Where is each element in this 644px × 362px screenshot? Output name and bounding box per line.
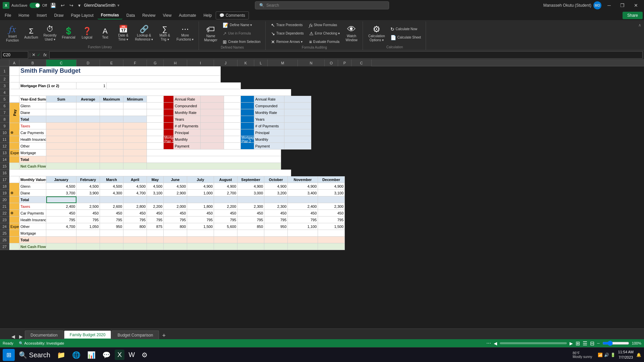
scroll-right-button[interactable]: ▶ xyxy=(570,341,573,346)
cell-c25[interactable] xyxy=(46,230,76,237)
cell-d19[interactable]: 3,900 xyxy=(76,190,100,196)
save-button[interactable]: 💾 xyxy=(49,2,57,9)
taskbar-office-button[interactable]: 📊 xyxy=(85,350,98,360)
cell-a17[interactable] xyxy=(9,176,19,183)
menu-help[interactable]: Help xyxy=(200,12,215,19)
cell-n9[interactable] xyxy=(284,123,311,129)
cell-k17[interactable]: September xyxy=(237,176,264,183)
cell-f18[interactable]: 4,500 xyxy=(123,183,147,190)
cell-c10[interactable] xyxy=(46,129,76,136)
cell-d24[interactable]: 1,050 xyxy=(76,223,100,230)
cell-k9[interactable] xyxy=(224,123,241,129)
cell-l12[interactable] xyxy=(241,143,254,149)
text-button[interactable]: A Text xyxy=(97,26,113,41)
start-button[interactable]: ⊞ xyxy=(3,349,15,361)
cell-c7[interactable] xyxy=(46,109,76,116)
cell-h10[interactable] xyxy=(164,129,174,136)
cell-m20[interactable] xyxy=(288,196,318,203)
cell-n25[interactable] xyxy=(318,230,345,237)
cell-m25[interactable] xyxy=(288,230,318,237)
cell-c24[interactable]: 4,700 xyxy=(46,223,76,230)
cell-f12[interactable] xyxy=(123,143,147,149)
cell-j21[interactable]: 2,200 xyxy=(214,203,237,210)
cell-j20[interactable] xyxy=(214,196,237,203)
show-formulas-button[interactable]: 𝑓𝑥 Show Formulas xyxy=(307,21,342,29)
cell-n27[interactable] xyxy=(318,243,345,250)
cell-e26[interactable] xyxy=(100,237,123,243)
cell-b6[interactable]: Glenn xyxy=(19,103,46,109)
search-taskbar-button[interactable]: 🔍 Search xyxy=(16,350,53,360)
col-header-c[interactable]: C xyxy=(46,60,76,66)
redo-button[interactable]: ↪ xyxy=(68,2,75,9)
define-name-button[interactable]: 📝 Define Name ▾ xyxy=(221,21,263,29)
share-button[interactable]: Share xyxy=(623,12,643,19)
cell-h18[interactable]: 4,500 xyxy=(164,183,187,190)
cell-f10[interactable] xyxy=(123,129,147,136)
cell-e15[interactable] xyxy=(100,163,123,170)
comments-button[interactable]: 💬 Comments xyxy=(216,11,249,19)
cell-h21[interactable]: 2,000 xyxy=(164,203,187,210)
menu-automate[interactable]: Automate xyxy=(175,12,199,19)
cell-g11[interactable] xyxy=(147,136,164,143)
cell-f11[interactable] xyxy=(123,136,147,143)
recently-used-button[interactable]: ⏱ RecentlyUsed ▾ xyxy=(42,24,59,43)
menu-review[interactable]: Review xyxy=(139,12,159,19)
cell-j26[interactable] xyxy=(214,237,237,243)
menu-insert[interactable]: Insert xyxy=(33,12,50,19)
cell-e23[interactable]: 795 xyxy=(100,217,123,223)
restore-button[interactable]: ❐ xyxy=(617,1,628,9)
financial-button[interactable]: 💲 Financial xyxy=(60,26,77,41)
cell-l9[interactable] xyxy=(241,123,254,129)
cell-f22[interactable]: 450 xyxy=(123,210,147,217)
cell-i18[interactable]: 4,900 xyxy=(187,183,214,190)
cell-b20[interactable]: Total xyxy=(19,196,46,203)
cell-k11[interactable] xyxy=(224,136,241,143)
create-from-selection-button[interactable]: ⊞ Create from Selection xyxy=(221,38,263,46)
cell-k19[interactable]: 3,000 xyxy=(237,190,264,196)
cell-c17[interactable]: January xyxy=(46,176,76,183)
cell-b13[interactable]: Mortgage xyxy=(19,149,46,156)
cell-g12[interactable] xyxy=(147,143,164,149)
cell-f15[interactable] xyxy=(123,163,147,170)
cell-g10[interactable] xyxy=(147,129,164,136)
cell-l27[interactable] xyxy=(264,243,288,250)
cell-n23[interactable]: 795 xyxy=(318,217,345,223)
col-header-n[interactable]: N xyxy=(298,60,325,66)
cell-d10[interactable] xyxy=(76,129,100,136)
cell-c15[interactable] xyxy=(46,163,76,170)
error-checking-button[interactable]: ⚠ Error Checking ▾ xyxy=(307,30,342,37)
cell-m5-annual[interactable]: Annual Rate xyxy=(254,96,284,103)
cell-k18[interactable]: 4,900 xyxy=(237,183,264,190)
cell-i8[interactable]: Years xyxy=(174,116,201,123)
cell-i26[interactable] xyxy=(187,237,214,243)
cell-d18[interactable]: 4,500 xyxy=(76,183,100,190)
cell-e17[interactable]: March xyxy=(100,176,123,183)
cell-h24[interactable]: 800 xyxy=(164,223,187,230)
cell-d12[interactable] xyxy=(76,143,100,149)
cell-f6[interactable] xyxy=(123,103,147,109)
cell-c21[interactable]: 2,400 xyxy=(46,203,76,210)
cell-e21[interactable]: 2,600 xyxy=(100,203,123,210)
cell-f26[interactable] xyxy=(123,237,147,243)
cell-m21[interactable]: 2,400 xyxy=(288,203,318,210)
search-bar[interactable]: 🔍 Search xyxy=(255,1,389,9)
col-header-p[interactable]: P xyxy=(338,60,352,66)
cell-b9[interactable]: Taxes xyxy=(19,123,46,129)
cell-n19[interactable]: 3,100 xyxy=(318,190,345,196)
cell-e18[interactable]: 4,500 xyxy=(100,183,123,190)
cell-j9[interactable] xyxy=(201,123,224,129)
cell-b5[interactable]: Year-End Summary xyxy=(19,96,46,103)
cell-g14[interactable] xyxy=(147,156,281,163)
cell-l25[interactable] xyxy=(264,230,288,237)
cell-e27[interactable] xyxy=(100,243,123,250)
calculation-options-button[interactable]: ⚙ CalculationOptions ▾ xyxy=(366,23,387,44)
cell-c9[interactable] xyxy=(46,123,76,129)
cell-n21[interactable]: 2,300 xyxy=(318,203,345,210)
cell-m12[interactable]: Payment xyxy=(254,143,284,149)
col-header-d[interactable]: D xyxy=(76,60,100,66)
cell-m24[interactable]: 1,100 xyxy=(288,223,318,230)
cell-g27[interactable] xyxy=(147,243,164,250)
more-functions-button[interactable]: ⋯ MoreFunctions ▾ xyxy=(174,24,196,43)
cell-j17[interactable]: August xyxy=(214,176,237,183)
cell-a5[interactable] xyxy=(9,96,19,103)
